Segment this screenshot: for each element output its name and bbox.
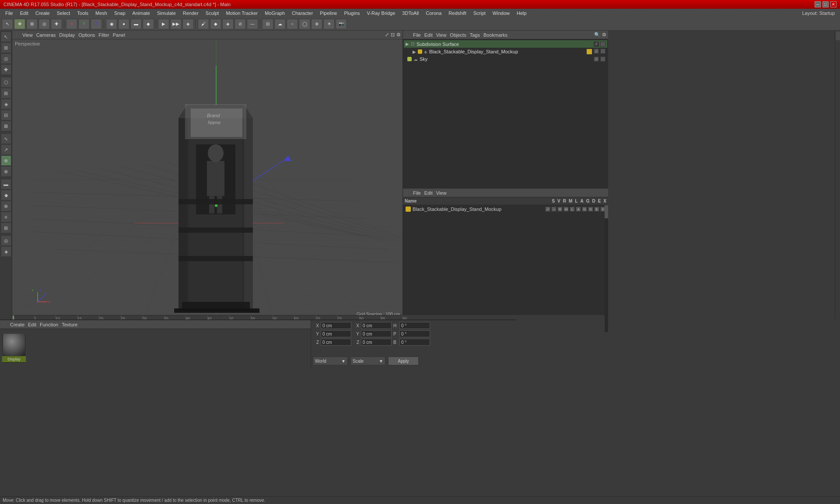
menu-3dto[interactable]: 3DToAll (399, 10, 422, 17)
menu-render[interactable]: Render (179, 10, 202, 17)
obj-check3[interactable] (600, 49, 606, 54)
vp-panel[interactable]: Panel (113, 32, 125, 38)
tool-env[interactable]: ○ (287, 19, 298, 29)
left-tool-20[interactable]: ◈ (1, 246, 11, 257)
tool-sculpt-active[interactable]: ◈ (222, 19, 234, 29)
left-tool-8[interactable]: ⊟ (1, 110, 11, 120)
menu-mograph[interactable]: MoGraph (261, 10, 288, 17)
tool-camera-btn[interactable]: 📷 (336, 19, 347, 29)
left-tool-4[interactable]: ✚ (1, 64, 11, 75)
left-tool-12[interactable]: ⊕ (1, 155, 11, 166)
menu-window[interactable]: Window (489, 10, 513, 17)
tool-point[interactable]: ● (118, 19, 130, 29)
vp-view[interactable]: View (22, 32, 33, 38)
sky-check2[interactable] (600, 56, 606, 62)
scale-dropdown[interactable]: Scale ▼ (350, 357, 385, 365)
menu-select[interactable]: Select (53, 10, 74, 17)
obj-check2[interactable]: ✓ (594, 49, 599, 54)
tool-render-to[interactable]: ◈ (182, 19, 194, 29)
tool-rotate[interactable]: ◎ (38, 19, 50, 29)
attr-row-object[interactable]: Black_Stackable_Display_Stand_Mockup ✓ ○… (404, 206, 607, 212)
menu-vray[interactable]: V-Ray Bridge (364, 10, 399, 17)
scene-edit[interactable]: Edit (424, 32, 433, 38)
x-size-field[interactable] (361, 322, 392, 329)
b-rot-field[interactable] (399, 339, 430, 346)
tool-paint[interactable]: ◆ (210, 19, 221, 29)
left-tool-2[interactable]: ⊞ (1, 42, 11, 53)
p-rot-field[interactable] (399, 330, 430, 337)
attr-scrollbar-thumb[interactable] (605, 205, 608, 218)
tool-knife[interactable]: ⊘ (234, 19, 246, 29)
menu-script[interactable]: Script (470, 10, 489, 17)
left-tool-17[interactable]: ≡ (1, 212, 11, 222)
tool-render[interactable]: ▶▶ (170, 19, 182, 29)
z-size-field[interactable] (361, 339, 392, 346)
menu-sculpt[interactable]: Sculpt (202, 10, 223, 17)
attr-check-r[interactable]: R (557, 206, 563, 212)
menu-animate[interactable]: Animate (129, 10, 154, 17)
menu-file[interactable]: File (2, 10, 17, 17)
world-dropdown[interactable]: World ▼ (313, 357, 348, 365)
vp-cameras[interactable]: Cameras (36, 32, 56, 38)
tool-x[interactable]: ✕ (66, 19, 77, 29)
menu-mesh[interactable]: Mesh (92, 10, 111, 17)
mat-create[interactable]: Create (10, 322, 24, 327)
edge-btn-1[interactable] (836, 32, 840, 40)
left-tool-1[interactable]: ↖ (1, 32, 11, 42)
scene-bookmarks[interactable]: Bookmarks (483, 32, 508, 38)
vp-options[interactable]: Options (78, 32, 95, 38)
tool-scale[interactable]: ⊞ (26, 19, 38, 29)
left-tool-18[interactable]: ⊞ (1, 223, 11, 233)
scene-config[interactable]: ⚙ (602, 32, 606, 38)
h-rot-field[interactable] (399, 322, 430, 329)
vp-lock-icon[interactable]: ⊡ (391, 32, 395, 38)
left-tool-13[interactable]: ⊗ (1, 166, 11, 177)
tool-z[interactable]: Z (91, 19, 102, 29)
attr-view[interactable]: View (436, 190, 447, 196)
attr-edit[interactable]: Edit (424, 190, 433, 196)
menu-tools[interactable]: Tools (74, 10, 92, 17)
attr-check-g[interactable]: G (582, 206, 587, 212)
y-pos-field[interactable] (321, 330, 351, 337)
x-pos-field[interactable] (321, 322, 351, 329)
tool-floor[interactable]: ⊟ (262, 19, 273, 29)
menu-help[interactable]: Help (513, 10, 530, 17)
menu-simulate[interactable]: Simulate (154, 10, 179, 17)
restore-button[interactable]: □ (822, 1, 829, 7)
menu-character[interactable]: Character (288, 10, 316, 17)
scene-item-subdivision[interactable]: ▶ ⊟ Subdivision Surface ✓ (404, 40, 607, 48)
menu-plugins[interactable]: Plugins (340, 10, 363, 17)
attr-check-d[interactable]: D (588, 206, 593, 212)
z-pos-field[interactable] (321, 339, 351, 346)
left-tool-14[interactable]: ▬ (1, 179, 11, 189)
attr-check-a[interactable]: A (576, 206, 581, 212)
tool-arrow[interactable]: ↖ (2, 19, 13, 29)
scene-view[interactable]: View (436, 32, 447, 38)
subdiv-check2[interactable] (600, 42, 606, 47)
left-tool-3[interactable]: ◎ (1, 53, 11, 64)
tool-move[interactable]: ✥ (14, 19, 25, 29)
tool-sky[interactable]: ☁ (274, 19, 286, 29)
menu-corona[interactable]: Corona (422, 10, 445, 17)
left-tool-19[interactable]: ◎ (1, 235, 11, 246)
left-tool-16[interactable]: ⊕ (1, 201, 11, 211)
y-size-field[interactable] (361, 330, 392, 337)
tool-loop[interactable]: — (247, 19, 258, 29)
material-display[interactable]: Display (2, 333, 26, 364)
attr-check-l[interactable]: L (570, 206, 575, 212)
obj-check1[interactable] (586, 49, 592, 55)
tool-render-preview[interactable]: ▶ (158, 19, 169, 29)
attr-scrollbar[interactable] (605, 205, 608, 332)
scene-tags[interactable]: Tags (470, 32, 480, 38)
scene-file[interactable]: File (413, 32, 421, 38)
tool-polygon[interactable]: ◆ (143, 19, 154, 29)
attr-check-e[interactable]: E (594, 206, 599, 212)
subdiv-check1[interactable]: ✓ (594, 42, 599, 47)
scene-search[interactable]: 🔍 (594, 32, 600, 38)
tool-y[interactable]: Y (78, 19, 90, 29)
menu-motion-tracker[interactable]: Motion Tracker (222, 10, 261, 17)
scene-item-object[interactable]: ▶ ◈ Black_Stackable_Display_Stand_Mockup… (404, 48, 607, 56)
left-tool-9[interactable]: ⊠ (1, 121, 11, 131)
vp-config-icon[interactable]: ⚙ (396, 32, 401, 38)
tool-null[interactable]: ✚ (51, 19, 62, 29)
